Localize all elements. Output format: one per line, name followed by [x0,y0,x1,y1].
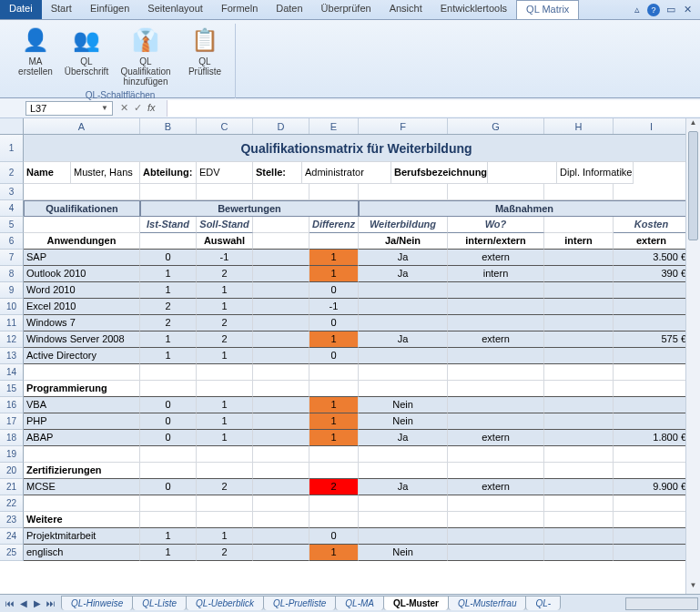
soll-value[interactable]: 2 [197,315,253,332]
cell[interactable] [359,495,448,512]
cell[interactable] [544,413,614,430]
janein-value[interactable]: Nein [359,413,448,430]
diff-value[interactable]: -1 [309,299,359,315]
scroll-thumb[interactable] [688,131,698,240]
cell[interactable] [253,233,309,250]
wo-value[interactable] [448,282,544,299]
diff-value[interactable]: 1 [309,397,359,413]
soll-value[interactable]: 1 [197,430,253,446]
col-header[interactable]: B [140,118,197,134]
cell[interactable] [448,184,544,200]
header-weiterbildung[interactable]: Weiterbildung [359,217,448,233]
kosten-value[interactable]: 3.500 € [614,250,690,266]
cell[interactable] [544,282,614,299]
qual-name[interactable]: Windows 7 [24,315,140,332]
cell[interactable] [614,364,690,381]
tab-einfuegen[interactable]: Einfügen [81,0,138,19]
cell[interactable] [24,184,140,200]
ist-value[interactable]: 1 [140,528,197,545]
header-auswahl[interactable]: Auswahl [197,233,253,250]
value-beruf[interactable]: Dipl. Informatiker [557,162,634,184]
header-diff[interactable]: Differenz [309,217,359,233]
row-header[interactable]: 15 [0,381,24,397]
cell[interactable] [140,446,197,463]
soll-value[interactable]: 1 [197,282,253,299]
label-stelle[interactable]: Stelle: [253,162,302,184]
sheet-tab-ql-hinweise[interactable]: QL-Hinweise [61,596,133,610]
cell[interactable] [140,364,197,381]
cell[interactable] [253,364,309,381]
chevron-down-icon[interactable]: ▼ [101,104,108,112]
ist-value[interactable]: 1 [140,348,197,364]
qual-name[interactable]: ABAP [24,430,140,446]
cell[interactable] [253,413,309,430]
cell[interactable] [359,364,448,381]
row-header[interactable]: 10 [0,299,24,315]
janein-value[interactable]: Ja [359,430,448,446]
janein-value[interactable] [359,348,448,364]
row-header[interactable]: 12 [0,332,24,348]
cell[interactable] [544,250,614,266]
janein-value[interactable]: Ja [359,332,448,348]
cell[interactable] [253,282,309,299]
col-header[interactable]: F [359,118,448,134]
diff-value[interactable]: 0 [309,348,359,364]
wo-value[interactable] [448,348,544,364]
section-header[interactable]: Weitere [24,512,140,528]
ist-value[interactable]: 1 [140,332,197,348]
qual-name[interactable]: VBA [24,397,140,413]
cell[interactable] [544,184,614,200]
value-name[interactable]: Muster, Hans [71,162,140,184]
value-abteilung[interactable]: EDV [197,162,253,184]
sheet-prev-icon[interactable]: ◀ [17,598,30,608]
cell[interactable] [309,364,359,381]
sheet-tab-ql-ueberblick[interactable]: QL-Ueberblick [186,596,264,610]
cell[interactable] [253,479,309,495]
kosten-value[interactable] [614,299,690,315]
soll-value[interactable]: 2 [197,479,253,495]
cell[interactable] [253,332,309,348]
row-header[interactable]: 22 [0,495,24,512]
header-wo[interactable]: Wo? [448,217,544,233]
diff-value[interactable]: 0 [309,528,359,545]
row-header[interactable]: 13 [0,348,24,364]
cell[interactable] [253,315,309,332]
tab-entwicklertools[interactable]: Entwicklertools [431,0,516,19]
label-name[interactable]: Name [24,162,71,184]
kosten-value[interactable]: 9.900 € [614,479,690,495]
cell[interactable] [253,217,309,233]
cell[interactable] [253,381,309,397]
tab-ansicht[interactable]: Ansicht [380,0,431,19]
soll-value[interactable]: 2 [197,332,253,348]
row-header[interactable]: 14 [0,364,24,381]
accept-formula-icon[interactable]: ✓ [134,102,142,114]
ist-value[interactable]: 1 [140,545,197,561]
cell[interactable] [197,381,253,397]
cell[interactable] [197,364,253,381]
diff-value[interactable]: 0 [309,315,359,332]
cell[interactable] [140,495,197,512]
soll-value[interactable]: 1 [197,299,253,315]
col-header[interactable]: G [448,118,544,134]
cell[interactable] [448,364,544,381]
kosten-value[interactable] [614,528,690,545]
qual-name[interactable]: SAP [24,250,140,266]
diff-value[interactable]: 1 [309,250,359,266]
soll-value[interactable]: 2 [197,266,253,282]
ist-value[interactable]: 0 [140,397,197,413]
label-abteilung[interactable]: Abteilung: [140,162,197,184]
row-header[interactable]: 11 [0,315,24,332]
wo-value[interactable] [448,413,544,430]
janein-value[interactable] [359,299,448,315]
horizontal-scrollbar[interactable] [625,597,698,610]
qual-name[interactable]: Excel 2010 [24,299,140,315]
cell[interactable] [253,528,309,545]
cell[interactable] [140,463,197,479]
wo-value[interactable]: extern [448,430,544,446]
ist-value[interactable]: 0 [140,250,197,266]
cancel-formula-icon[interactable]: ✕ [120,102,128,114]
cell[interactable] [544,528,614,545]
row-header[interactable]: 5 [0,217,24,233]
fx-icon[interactable]: fx [147,102,156,114]
wo-value[interactable] [448,545,544,561]
